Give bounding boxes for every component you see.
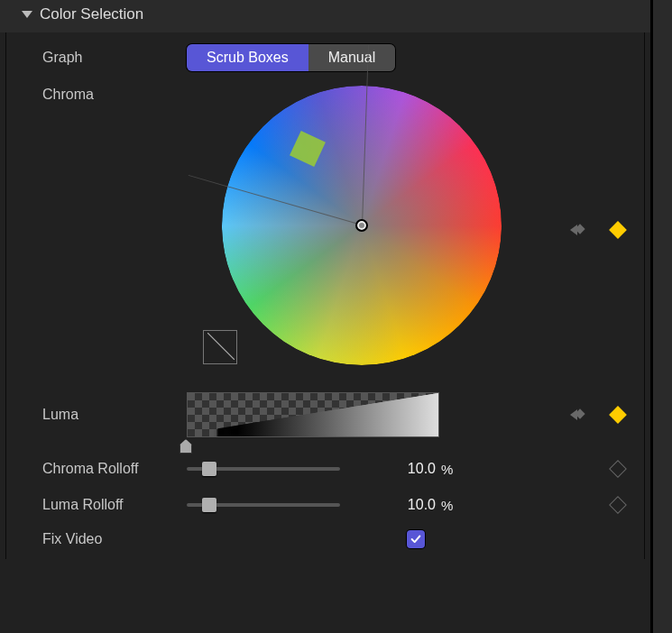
keyframe-diamond-icon[interactable]: [609, 496, 627, 514]
keyframe-diamond-icon[interactable]: [609, 460, 627, 478]
keyframe-prev-icon[interactable]: [570, 408, 586, 421]
luma-control[interactable]: [187, 392, 448, 437]
slider-thumb[interactable]: [202, 462, 216, 476]
chroma-rolloff-label: Chroma Rolloff: [15, 461, 187, 477]
luma-gradient-strip[interactable]: [187, 392, 439, 437]
graph-label: Graph: [15, 50, 187, 66]
keyframe-diamond-icon[interactable]: [609, 406, 627, 424]
luma-row: Luma: [15, 379, 635, 451]
percent-unit: %: [441, 462, 453, 477]
chroma-rolloff-value[interactable]: 10.0: [373, 461, 436, 477]
checkmark-icon: [410, 533, 422, 546]
luma-rolloff-slider[interactable]: [187, 503, 340, 507]
luma-rolloff-value[interactable]: 10.0: [373, 497, 436, 513]
disclosure-triangle-icon[interactable]: [22, 11, 32, 18]
fix-video-row: Fix Video: [15, 523, 635, 559]
graph-row: Graph Scrub Boxes Manual: [15, 40, 635, 76]
chroma-row: Chroma: [15, 81, 635, 379]
keyframe-diamond-icon[interactable]: [609, 221, 627, 239]
chroma-rolloff-slider[interactable]: [187, 467, 340, 471]
falloff-curve-icon[interactable]: [203, 330, 237, 364]
luma-rolloff-row: Luma Rolloff 10.0 %: [15, 487, 635, 523]
fix-video-checkbox[interactable]: [407, 530, 425, 548]
luma-label: Luma: [15, 407, 187, 423]
section-header[interactable]: Color Selection: [0, 0, 650, 32]
chroma-label: Chroma: [15, 81, 187, 103]
manual-button[interactable]: Manual: [308, 44, 395, 71]
scrollbar-gutter[interactable]: [652, 0, 672, 633]
inspector-panel: Color Selection Graph Scrub Boxes Manual…: [0, 0, 652, 633]
slider-thumb[interactable]: [202, 498, 216, 512]
percent-unit: %: [441, 498, 453, 513]
chroma-rolloff-row: Chroma Rolloff 10.0 %: [15, 451, 635, 487]
graph-mode-segmented: Scrub Boxes Manual: [187, 44, 395, 71]
fix-video-label: Fix Video: [15, 531, 187, 547]
wheel-center-handle[interactable]: [355, 219, 368, 232]
chroma-wheel[interactable]: [217, 81, 506, 370]
scrub-boxes-button[interactable]: Scrub Boxes: [187, 44, 308, 71]
luma-rolloff-label: Luma Rolloff: [15, 497, 187, 513]
keyframe-prev-icon[interactable]: [570, 224, 586, 236]
section-title: Color Selection: [40, 5, 143, 23]
